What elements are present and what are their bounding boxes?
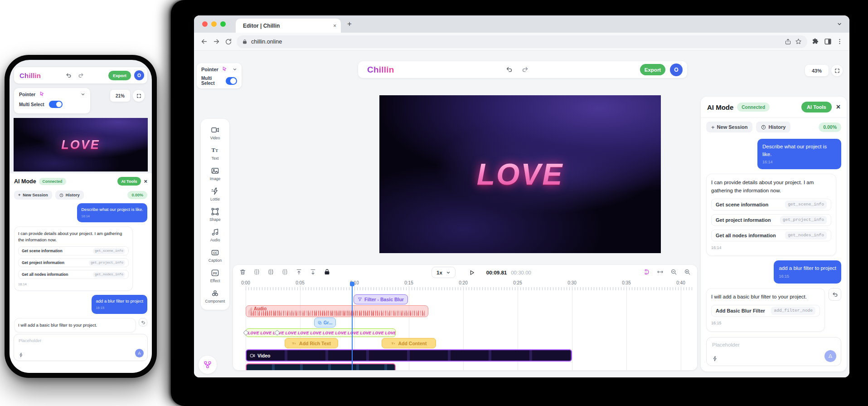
maximize-window-button[interactable] (220, 21, 226, 27)
play-button[interactable] (468, 269, 475, 276)
zoom-in-icon[interactable] (684, 269, 691, 275)
forward-button[interactable] (213, 38, 220, 45)
rail-item-caption[interactable]: CC Caption (201, 245, 229, 265)
zoom-out-icon[interactable] (670, 269, 677, 275)
clip-filter-basic-blur[interactable]: Filter - Basic Blur (354, 294, 408, 304)
logo: Chillin (367, 65, 394, 75)
clip-video[interactable]: Video (246, 349, 572, 362)
share-icon[interactable] (785, 38, 791, 45)
component-icon (211, 289, 219, 298)
undo-icon[interactable] (66, 73, 72, 78)
bolt-icon[interactable] (712, 356, 718, 362)
close-icon[interactable]: × (144, 178, 147, 185)
tabstrip-chevron-icon[interactable] (837, 21, 842, 27)
side-panel-icon[interactable] (824, 38, 832, 45)
ai-mode-title: AI Mode (707, 103, 733, 111)
send-button[interactable] (824, 350, 836, 362)
export-button[interactable]: Export (640, 64, 665, 75)
new-tab-button[interactable]: + (347, 20, 352, 29)
ai-chat-area: Describe what our project is like.16:14 … (701, 136, 847, 372)
rail-item-audio[interactable]: Audio (201, 225, 229, 245)
pointer-label: Pointer (19, 92, 35, 97)
rail-item-video[interactable]: Video (201, 122, 229, 143)
extensions-puzzle-icon[interactable] (812, 38, 820, 45)
video-canvas[interactable]: LOVE (379, 95, 661, 253)
close-window-button[interactable] (202, 21, 208, 27)
canvas-love-text: LOVE (61, 138, 100, 152)
reload-button[interactable] (225, 38, 232, 45)
history-icon (761, 125, 766, 130)
playback-speed-select[interactable]: 1x (432, 267, 456, 278)
back-button[interactable] (200, 38, 208, 45)
new-session-button[interactable]: +New Session (706, 122, 752, 132)
clip-video-secondary[interactable] (246, 363, 396, 370)
bolt-icon[interactable] (19, 352, 24, 357)
tool-card: Pointer Multi Select (197, 63, 242, 88)
avatar[interactable]: O (670, 64, 683, 76)
phone-header-bar: Chillin Export O (14, 67, 147, 83)
multi-select-toggle[interactable] (49, 101, 63, 108)
playhead-handle[interactable] (350, 282, 354, 286)
connected-badge: Connected (39, 178, 66, 185)
bookmark-star-icon[interactable] (795, 38, 802, 45)
url-bar[interactable]: chillin.online (237, 35, 807, 48)
rail-item-effect[interactable]: FX Effect (201, 265, 229, 286)
clip-love-text[interactable]: LOVE LOVE LOVE LOVE LOVE LOVE LOVE LOVE … (246, 328, 396, 337)
tab-close-icon[interactable]: × (333, 23, 336, 29)
phone-video-preview[interactable]: LOVE (14, 118, 148, 171)
redo-icon[interactable] (522, 66, 529, 73)
rail-item-shape[interactable]: Shape (201, 204, 229, 225)
delete-icon[interactable] (239, 269, 246, 275)
browser-menu-icon[interactable] (836, 38, 843, 45)
export-button[interactable]: Export (108, 71, 131, 80)
lock-icon[interactable] (324, 269, 330, 275)
rail-item-lottie[interactable]: Lottie (201, 184, 229, 204)
zoom-level-badge[interactable]: 21% (110, 90, 130, 102)
undo-icon (141, 320, 145, 325)
chat-input[interactable] (19, 338, 141, 343)
funnel-icon (358, 297, 362, 302)
minimize-window-button[interactable] (211, 21, 217, 27)
fullscreen-button[interactable] (831, 65, 843, 76)
chevron-down-icon[interactable] (233, 67, 237, 72)
split-left-icon[interactable] (253, 269, 260, 275)
playhead-line[interactable] (352, 284, 353, 370)
node-graph-button[interactable] (199, 356, 217, 374)
revert-button[interactable] (139, 318, 147, 327)
video-icon (250, 353, 255, 358)
clip-audio[interactable]: ♫ Audio (246, 305, 428, 317)
svg-text:T: T (215, 148, 218, 153)
history-button[interactable]: History (55, 191, 84, 200)
chevron-down-icon[interactable] (81, 92, 85, 97)
fullscreen-button[interactable] (133, 90, 145, 102)
rail-item-text[interactable]: TT Text (201, 143, 229, 163)
close-icon[interactable]: × (836, 103, 840, 111)
history-button[interactable]: History (756, 122, 790, 132)
chat-input[interactable] (712, 342, 835, 347)
fit-width-icon[interactable] (657, 269, 664, 275)
undo-icon[interactable] (506, 66, 513, 73)
clip-group[interactable]: Gr... (314, 318, 336, 328)
browser-tab[interactable]: Editor | Chillin × (236, 19, 341, 33)
send-button[interactable] (135, 349, 144, 357)
raise-layer-icon[interactable] (296, 269, 302, 275)
avatar[interactable]: O (134, 70, 144, 80)
svg-text:FX: FX (213, 271, 217, 274)
ai-tools-button[interactable]: AI Tools (117, 177, 141, 186)
rail-item-image[interactable]: Image (201, 163, 229, 184)
revert-button[interactable] (829, 288, 841, 301)
clip-add-content[interactable]: TT Add Content (382, 338, 436, 348)
lower-layer-icon[interactable] (310, 269, 316, 275)
split-icon[interactable] (267, 269, 274, 275)
rail-item-component[interactable]: Component (201, 286, 229, 306)
editor-header-bar: Chillin Export O (358, 61, 687, 78)
ai-tools-button[interactable]: AI Tools (801, 102, 832, 113)
clip-add-rich-text[interactable]: TT Add Rich Text (285, 338, 338, 348)
split-right-icon[interactable] (281, 269, 288, 275)
zoom-level-badge[interactable]: 43% (805, 65, 829, 76)
magnet-snap-icon[interactable] (643, 269, 650, 275)
redo-icon[interactable] (78, 73, 84, 78)
new-session-button[interactable]: +New Session (14, 191, 52, 200)
send-icon (137, 351, 141, 355)
multi-select-toggle[interactable] (226, 77, 237, 85)
